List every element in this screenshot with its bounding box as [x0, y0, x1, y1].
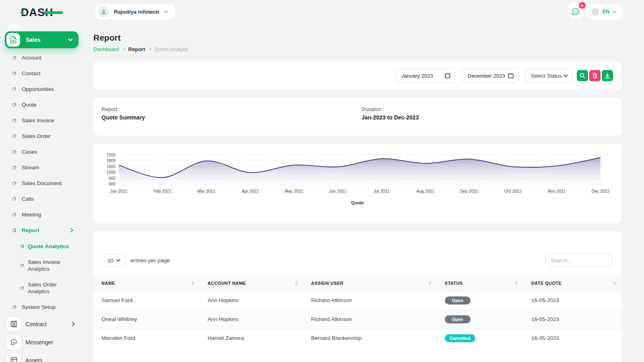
sidebar-item-label: System Setup [22, 304, 56, 310]
column-header-assign-user[interactable]: ASSIGN USER [303, 276, 437, 291]
sidebar-item-sales-order[interactable]: Sales Order [0, 128, 85, 144]
sort-icon[interactable] [192, 281, 194, 285]
sidebar-subitem-label: Quote Analytics [28, 243, 76, 250]
sort-icon[interactable] [429, 281, 431, 285]
bullet-icon [12, 305, 16, 309]
sidebar-item-label: Opportunities [22, 86, 54, 92]
svg-text:Aug 2021: Aug 2021 [416, 189, 434, 193]
cell-date-quote: 16-05-2023 [523, 291, 621, 310]
cell-date-quote: 16-05-2023 [523, 329, 621, 348]
company-selector[interactable]: Rajodiya infotech [95, 4, 175, 19]
breadcrumb-quote-analytic: Quote Analytic [155, 46, 188, 52]
sidebar-item-opportunities[interactable]: Opportunities [0, 81, 85, 97]
column-header-name[interactable]: NAME [93, 276, 200, 291]
sidebar-item-stream[interactable]: Stream [0, 160, 85, 175]
topbar-actions: 0 EN [568, 4, 621, 19]
sidebar-item-label: Cases [22, 149, 37, 155]
breadcrumb-separator-icon [122, 48, 125, 51]
sidebar-item-account[interactable]: Account [0, 50, 85, 66]
sidebar-item-meeting[interactable]: Meeting [0, 207, 85, 222]
page-title: Report [93, 33, 621, 43]
sidebar-item-quote[interactable]: Quote [0, 97, 85, 113]
cell-date-quote: 16-05-2023 [523, 310, 621, 329]
sidebar-module-assets[interactable]: Assets [0, 351, 85, 362]
sidebar-subitem-quote-analytics[interactable]: Quote Analytics [0, 238, 85, 254]
messages-button[interactable]: 0 [568, 4, 584, 19]
filter-card: January 2023 December 2023 Select Status [93, 62, 621, 90]
start-month-input[interactable]: January 2023 [396, 68, 455, 83]
chat-bubble-icon [572, 8, 580, 16]
search-input[interactable] [545, 254, 613, 267]
brand-logo[interactable]: DASH [21, 6, 65, 19]
table-header-row: NAMEACCOUNT NAMEASSIGN USERSTATUSDATE QU… [93, 276, 621, 291]
sidebar-item-report[interactable]: Report [0, 222, 85, 238]
cell-assign-user: Richard Atkinson [303, 291, 437, 310]
chevron-down-icon [564, 74, 568, 77]
column-header-status[interactable]: STATUS [437, 276, 523, 291]
sidebar-module-contract[interactable]: Contract [0, 315, 85, 333]
svg-text:Sep 2021: Sep 2021 [460, 189, 478, 193]
column-label: ASSIGN USER [311, 281, 343, 286]
sales-document-icon [6, 33, 20, 47]
sidebar-item-contact[interactable]: Contact [0, 66, 85, 81]
bullet-icon [20, 264, 24, 267]
sidebar-item-calls[interactable]: Calls [0, 191, 85, 207]
brand-logo-dot-icon [21, 11, 24, 14]
status-select[interactable]: Select Status [525, 68, 573, 83]
sidebar: DASH Sales AccountContactOpportunitiesQu… [0, 0, 85, 362]
company-avatar [98, 6, 109, 17]
sort-icon[interactable] [515, 281, 518, 285]
sidebar-module-messenger[interactable]: Messenger [0, 333, 85, 351]
sidebar-group-sales[interactable]: Sales [5, 31, 78, 48]
table-row: Oneal WhitneyAnn HopkinsRichard Atkinson… [93, 310, 621, 329]
sidebar-subitem-sales-order-analytics[interactable]: Sales Order Analytics [0, 277, 85, 299]
language-code: EN [603, 9, 609, 14]
language-selector[interactable]: EN [587, 4, 621, 19]
cell-name: Oneal Whitney [93, 310, 200, 329]
download-icon [605, 73, 610, 78]
calendar-icon [445, 73, 450, 78]
quote-area-chart: 6009001200150018002100 Jan 2021Feb 2021M… [101, 150, 613, 197]
breadcrumb-report[interactable]: Report [128, 46, 145, 52]
sort-icon[interactable] [613, 281, 616, 285]
breadcrumb-separator-icon [148, 48, 151, 51]
sidebar-item-label: Quote [22, 102, 37, 108]
globe-icon [592, 8, 599, 16]
quotes-table: NAMEACCOUNT NAMEASSIGN USERSTATUSDATE QU… [93, 276, 621, 348]
reset-filter-button[interactable] [589, 70, 601, 81]
chevron-right-icon [72, 322, 75, 326]
report-summary-card: Report : Quote Summary Duration : Jan-20… [93, 98, 621, 136]
bullet-icon [20, 245, 24, 248]
download-button[interactable] [602, 70, 613, 81]
entries-per-page-value: 10 [107, 257, 113, 263]
breadcrumb-dashboard[interactable]: Dashboard [93, 46, 119, 52]
cell-status: Cancelled [437, 329, 523, 348]
quote-chart-card: 6009001200150018002100 Jan 2021Feb 2021M… [93, 144, 621, 223]
bullet-icon [12, 197, 16, 201]
svg-text:Jul 2021: Jul 2021 [374, 189, 390, 193]
sidebar-item-system-setup[interactable]: System Setup [0, 299, 85, 315]
sidebar-item-sales-document[interactable]: Sales Document [0, 175, 85, 191]
bullet-icon [12, 150, 16, 154]
bullet-icon [12, 181, 16, 185]
column-header-date-quote[interactable]: DATE QUOTE [523, 276, 621, 291]
status-badge: Open [445, 296, 471, 304]
cell-name: Marsden Ford [93, 329, 200, 348]
sort-icon[interactable] [295, 281, 297, 285]
column-header-account-name[interactable]: ACCOUNT NAME [200, 276, 303, 291]
sidebar-menu: AccountContactOpportunitiesQuoteSales In… [0, 50, 85, 362]
entries-per-page-select[interactable]: 10 [102, 254, 126, 267]
bullet-icon [12, 213, 16, 217]
apply-search-button[interactable] [577, 70, 588, 81]
sidebar-subitem-sales-invoice-analytics[interactable]: Sales Invoice Analytics [0, 254, 85, 277]
svg-text:1500: 1500 [107, 165, 116, 169]
sidebar-item-cases[interactable]: Cases [0, 144, 85, 160]
entries-wrap: 10 entries per page [102, 254, 170, 267]
sidebar-subitem-label: Sales Order Analytics [28, 281, 76, 295]
chevron-down-icon [68, 38, 73, 41]
bullet-icon [12, 119, 16, 123]
chevron-down-icon [116, 259, 120, 262]
end-month-input[interactable]: December 2023 [462, 68, 518, 83]
sidebar-item-sales-invoice[interactable]: Sales Invoice [0, 113, 85, 128]
bullet-icon [12, 228, 16, 232]
